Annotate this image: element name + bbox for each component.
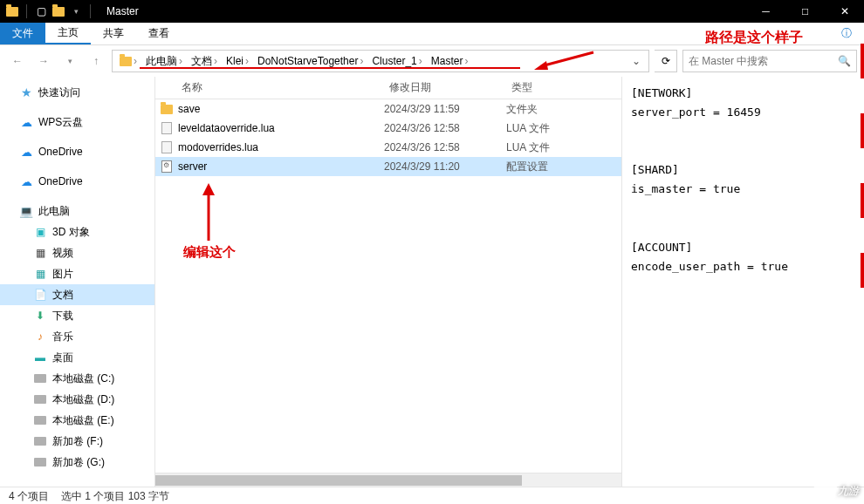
sidebar-3d-objects[interactable]: ▣3D 对象 [0, 221, 154, 242]
folder-icon [51, 4, 65, 18]
preview-pane: [NETWORK] server_port = 16459 [SHARD] is… [621, 77, 864, 487]
sidebar-onedrive[interactable]: ☁OneDrive [0, 171, 154, 192]
sidebar-drive-d[interactable]: 本地磁盘 (D:) [0, 389, 154, 410]
file-name: modoverrides.lua [178, 141, 384, 153]
music-icon: ♪ [33, 330, 47, 344]
file-date: 2024/3/26 12:58 [384, 141, 506, 153]
tab-home[interactable]: 主页 [45, 23, 91, 44]
star-icon: ★ [19, 85, 33, 99]
sidebar-drive-g[interactable]: 新加卷 (G:) [0, 452, 154, 473]
svg-marker-3 [202, 183, 215, 195]
file-row[interactable]: modoverrides.lua 2024/3/26 12:58 LUA 文件 [155, 138, 621, 157]
pc-icon: 💻 [19, 204, 33, 218]
file-list-pane: 名称 修改日期 类型 save 2024/3/29 11:59 文件夹 leve… [155, 77, 621, 487]
file-type: 配置设置 [506, 160, 611, 174]
breadcrumb-root-icon[interactable]: › [116, 55, 142, 67]
svg-line-0 [541, 52, 593, 66]
svg-marker-1 [534, 61, 548, 70]
sidebar-wps[interactable]: ☁WPS云盘 [0, 112, 154, 133]
annotation-side-marks [861, 44, 864, 471]
file-list[interactable]: save 2024/3/29 11:59 文件夹 leveldataoverri… [155, 99, 621, 473]
folder-icon [155, 105, 178, 114]
file-row[interactable]: server 2024/3/29 11:20 配置设置 [155, 157, 621, 176]
file-name: save [178, 103, 384, 115]
file-name: leveldataoverride.lua [178, 122, 384, 134]
file-date: 2024/3/29 11:20 [384, 160, 506, 173]
lua-file-icon [155, 122, 178, 134]
file-date: 2024/3/26 12:58 [384, 122, 506, 134]
search-icon[interactable]: 🔍 [838, 55, 851, 67]
document-icon: 📄 [33, 288, 47, 302]
window-title: Master [106, 5, 139, 17]
download-icon: ⬇ [33, 309, 47, 323]
sidebar-desktop[interactable]: ▬桌面 [0, 347, 154, 368]
file-type: LUA 文件 [506, 140, 611, 155]
file-type: 文件夹 [506, 102, 611, 117]
horizontal-scrollbar[interactable] [155, 473, 621, 487]
sidebar-thispc[interactable]: 💻此电脑 [0, 201, 154, 221]
sidebar-onedrive[interactable]: ☁OneDrive [0, 141, 154, 162]
crumb-master[interactable]: Master [431, 55, 463, 67]
crumb-klei[interactable]: Klei [226, 55, 243, 67]
nav-up-button[interactable]: ↑ [86, 51, 106, 72]
file-row[interactable]: save 2024/3/29 11:59 文件夹 [155, 99, 621, 119]
annotation-arrow-icon [534, 51, 595, 73]
search-box[interactable]: 🔍 [682, 50, 857, 72]
refresh-button[interactable]: ⟳ [655, 50, 677, 72]
search-input[interactable] [689, 55, 838, 67]
tab-view[interactable]: 查看 [136, 23, 182, 44]
ribbon-help-icon[interactable]: ⓘ [829, 23, 864, 44]
column-name[interactable]: 名称 [155, 77, 384, 99]
sidebar-downloads[interactable]: ⬇下载 [0, 305, 154, 326]
ini-file-icon [155, 160, 178, 173]
column-headers[interactable]: 名称 修改日期 类型 [155, 77, 621, 99]
annotation-edit-label: 编辑这个 [183, 244, 236, 261]
column-date[interactable]: 修改日期 [384, 77, 506, 99]
nav-forward-button[interactable]: → [33, 51, 54, 72]
annotation-arrow-icon [200, 183, 217, 242]
drive-icon [33, 413, 47, 427]
tab-file[interactable]: 文件 [0, 23, 45, 44]
breadcrumb-dropdown-icon[interactable]: ⌄ [627, 55, 645, 67]
cloud-icon: ☁ [19, 115, 33, 129]
drive-icon [33, 371, 47, 385]
annotation-underline [140, 67, 520, 69]
sidebar-drive-c[interactable]: 本地磁盘 (C:) [0, 368, 154, 389]
cloud-icon: ☁ [19, 174, 33, 188]
file-name: server [178, 160, 384, 173]
file-row[interactable]: leveldataoverride.lua 2024/3/26 12:58 LU… [155, 119, 621, 138]
navigation-pane[interactable]: ★快速访问 ☁WPS云盘 ☁OneDrive ☁OneDrive 💻此电脑 ▣3… [0, 77, 155, 487]
sidebar-drive-e[interactable]: 本地磁盘 (E:) [0, 410, 154, 431]
desktop-icon: ▬ [33, 351, 47, 364]
sidebar-pictures[interactable]: ▦图片 [0, 263, 154, 284]
lua-file-icon [155, 141, 178, 153]
drive-icon [33, 434, 47, 448]
qat-properties-icon[interactable]: ▢ [34, 4, 48, 18]
sidebar-documents[interactable]: 📄文档 [0, 284, 154, 305]
sidebar-videos[interactable]: ▦视频 [0, 242, 154, 263]
crumb-cluster[interactable]: Cluster_1 [372, 55, 416, 67]
logo-icon [812, 480, 839, 502]
column-type[interactable]: 类型 [506, 77, 611, 99]
sidebar-music[interactable]: ♪音乐 [0, 326, 154, 347]
address-bar: ← → ▾ ↑ › 此电脑› 文档› Klei› DoNotStarveToge… [0, 45, 864, 77]
file-date: 2024/3/29 11:59 [384, 103, 506, 115]
sidebar-quick-access[interactable]: ★快速访问 [0, 82, 154, 103]
nav-recent-dropdown[interactable]: ▾ [59, 51, 80, 72]
tab-share[interactable]: 共享 [91, 23, 136, 44]
minimize-button[interactable]: ─ [746, 0, 785, 23]
video-icon: ▦ [33, 246, 47, 260]
drive-icon [33, 455, 47, 469]
crumb-dnst[interactable]: DoNotStarveTogether [257, 55, 358, 67]
close-button[interactable]: ✕ [825, 0, 864, 23]
maximize-button[interactable]: □ [785, 0, 825, 23]
nav-back-button[interactable]: ← [7, 51, 28, 72]
crumb-thispc[interactable]: 此电脑 [146, 54, 177, 69]
crumb-documents[interactable]: 文档 [191, 54, 212, 69]
picture-icon: ▦ [33, 267, 47, 281]
cloud-icon: ☁ [19, 145, 33, 159]
qat-dropdown-icon[interactable]: ▾ [69, 4, 83, 18]
sidebar-drive-f[interactable]: 新加卷 (F:) [0, 431, 154, 452]
cube-icon: ▣ [33, 225, 47, 239]
status-selection: 选中 1 个项目 103 字节 [61, 489, 169, 504]
